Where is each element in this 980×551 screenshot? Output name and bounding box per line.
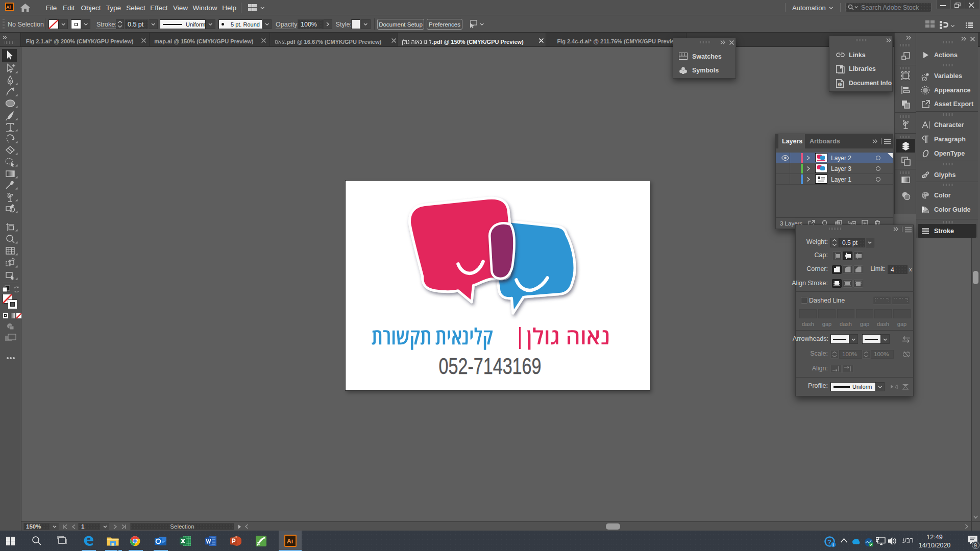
svg-text:052-7143169: 052-7143169: [439, 354, 542, 378]
svg-text:i: i: [839, 82, 840, 87]
